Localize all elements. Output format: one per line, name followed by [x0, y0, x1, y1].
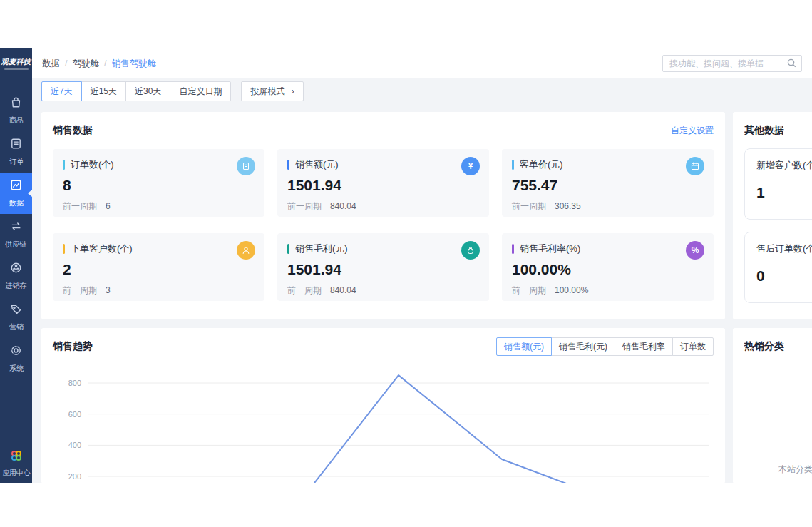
sidebar-menu: 商品订单数据供应链进销存营销系统	[0, 90, 32, 379]
stat-card-客单价(元): 客单价(元)755.47前一周期306.35	[502, 149, 714, 217]
breadcrumb-item[interactable]: 驾驶舱	[72, 58, 99, 70]
stat-card-销售毛利(元): 销售毛利(元)1501.94前一周期840.04	[277, 233, 489, 301]
search-icon[interactable]	[786, 58, 797, 68]
other-panel-title: 其他数据	[744, 124, 784, 137]
date-range-tab-近7天[interactable]: 近7天	[41, 81, 82, 101]
main-area: 数据/驾驶舱/销售驾驶舱 近7天近15天近30天自定义日期 投屏模式 ›	[32, 48, 812, 483]
percent-icon: %	[686, 241, 704, 260]
sidebar-item-供应链[interactable]: 供应链	[0, 214, 32, 255]
gear-icon	[9, 344, 23, 360]
sales-panel-title: 销售数据	[53, 124, 93, 137]
stat-card-销售额(元): 销售额(元)¥1501.94前一周期840.04	[277, 149, 489, 217]
search-input[interactable]	[662, 55, 802, 72]
bag-icon	[9, 96, 23, 112]
prev-period-value: 3	[106, 285, 111, 295]
svg-text:800: 800	[68, 379, 81, 387]
sidebar-item-商品[interactable]: 商品	[0, 90, 32, 131]
stat-card-下单客户数(个): 下单客户数(个)2前一周期3	[53, 233, 264, 301]
sidebar-item-label: 营销	[9, 322, 23, 332]
apps-icon	[10, 449, 23, 465]
stat-card-销售毛利率(%): 销售毛利率(%)%100.00%前一周期100.00%	[502, 233, 714, 301]
stat-value: 2	[63, 261, 255, 278]
stat-value: 1501.94	[287, 261, 479, 278]
sidebar-item-label: 应用中心	[2, 468, 30, 477]
card-accent-bar	[63, 160, 65, 170]
prev-period-label: 前一周期	[512, 201, 546, 211]
other-card-新增客户数(个): 新增客户数(个)1	[744, 148, 812, 220]
prev-period-label: 前一周期	[287, 201, 322, 211]
calendar-icon	[686, 157, 704, 175]
other-card-label: 新增客户数(个)	[756, 159, 812, 172]
sidebar-item-label: 商品	[9, 116, 23, 126]
sidebar-item-系统[interactable]: 系统	[0, 338, 32, 379]
sidebar-item-数据[interactable]: 数据	[0, 173, 32, 214]
sales-trend-panel: 销售趋势 销售额(元)销售毛利(元)销售毛利率订单数 200400600800	[41, 328, 725, 483]
app-window: 观麦科技 商品订单数据供应链进销存营销系统 应用中心 数据/驾驶舱/销售驾驶舱	[0, 48, 812, 483]
trend-tab-销售额(元)[interactable]: 销售额(元)	[496, 337, 552, 356]
stat-prev: 前一周期100.00%	[512, 285, 704, 297]
cast-mode-button[interactable]: 投屏模式 ›	[241, 81, 303, 101]
tag-icon	[9, 302, 23, 319]
date-range-tab-近15天[interactable]: 近15天	[81, 81, 126, 101]
stat-value: 755.47	[512, 177, 704, 194]
screen: 观麦科技 商品订单数据供应链进销存营销系统 应用中心 数据/驾驶舱/销售驾驶舱	[0, 0, 812, 527]
svg-text:400: 400	[68, 441, 81, 449]
chevron-right-icon: ›	[292, 86, 294, 96]
trend-metric-tabs: 销售额(元)销售毛利(元)销售毛利率订单数	[496, 337, 714, 356]
prev-period-label: 前一周期	[63, 201, 97, 211]
prev-period-value: 840.04	[330, 285, 356, 295]
top-bar: 数据/驾驶舱/销售驾驶舱	[32, 48, 812, 78]
prev-period-value: 306.35	[555, 201, 581, 211]
trend-tab-销售毛利率[interactable]: 销售毛利率	[615, 337, 673, 356]
sidebar-item-app-center[interactable]: 应用中心	[0, 449, 32, 478]
stat-prev: 前一周期6	[63, 200, 255, 213]
other-data-panel: 其他数据 新增客户数(个)1售后订单数(个)0	[733, 112, 812, 319]
hot-categories-panel: 热销分类 本站分类销	[733, 328, 812, 483]
moneybag-icon	[461, 241, 480, 260]
stat-label: 订单数(个)	[71, 158, 114, 171]
stat-prev: 前一周期840.04	[287, 200, 479, 213]
prev-period-value: 100.00%	[555, 285, 588, 295]
hot-panel-footer-text: 本站分类销	[778, 464, 812, 476]
svg-text:200: 200	[68, 472, 81, 481]
active-notch	[28, 190, 32, 197]
stat-prev: 前一周期306.35	[512, 200, 704, 213]
stat-label: 销售额(元)	[295, 158, 339, 171]
breadcrumb-current: 销售驾驶舱	[111, 58, 156, 70]
other-card-label: 售后订单数(个)	[756, 242, 812, 255]
sidebar-item-label: 系统	[9, 364, 23, 374]
trend-tab-订单数[interactable]: 订单数	[672, 337, 714, 356]
trend-panel-title: 销售趋势	[53, 340, 93, 353]
stat-label: 下单客户数(个)	[71, 242, 133, 255]
card-accent-bar	[512, 160, 514, 170]
sales-data-panel: 销售数据 自定义设置 订单数(个)8前一周期6销售额(元)¥1501.94前一周…	[41, 112, 725, 319]
prev-period-label: 前一周期	[63, 285, 97, 295]
date-filter-row: 近7天近15天近30天自定义日期 投屏模式 ›	[41, 81, 304, 101]
prev-period-label: 前一周期	[512, 285, 546, 295]
sidebar-item-label: 供应链	[5, 240, 26, 250]
sidebar-item-label: 数据	[9, 198, 23, 208]
sidebar-item-订单[interactable]: 订单	[0, 131, 32, 173]
sidebar-item-营销[interactable]: 营销	[0, 297, 32, 338]
sidebar-item-进销存[interactable]: 进销存	[0, 255, 32, 297]
breadcrumb-item[interactable]: 数据	[42, 58, 60, 70]
trend-tab-销售毛利(元)[interactable]: 销售毛利(元)	[551, 337, 615, 356]
date-range-tab-自定义日期[interactable]: 自定义日期	[170, 81, 231, 101]
card-accent-bar	[512, 244, 514, 254]
brand-logo[interactable]: 观麦科技	[0, 48, 32, 78]
user-icon	[237, 241, 255, 260]
stat-label: 销售毛利(元)	[295, 242, 348, 255]
card-accent-bar	[287, 244, 289, 254]
yen-icon: ¥	[461, 157, 480, 175]
breadcrumb-separator: /	[104, 58, 106, 68]
sidebar-item-label: 订单	[9, 157, 23, 167]
stat-value: 100.00%	[512, 261, 704, 278]
stat-prev: 前一周期840.04	[287, 285, 479, 297]
other-card-售后订单数(个): 售后订单数(个)0	[744, 232, 812, 303]
card-accent-bar	[287, 160, 289, 170]
date-range-tabs: 近7天近15天近30天自定义日期	[41, 81, 231, 101]
prev-period-value: 840.04	[330, 201, 356, 211]
date-range-tab-近30天[interactable]: 近30天	[125, 81, 170, 101]
custom-settings-link[interactable]: 自定义设置	[671, 125, 714, 137]
inventory-icon	[9, 261, 23, 277]
